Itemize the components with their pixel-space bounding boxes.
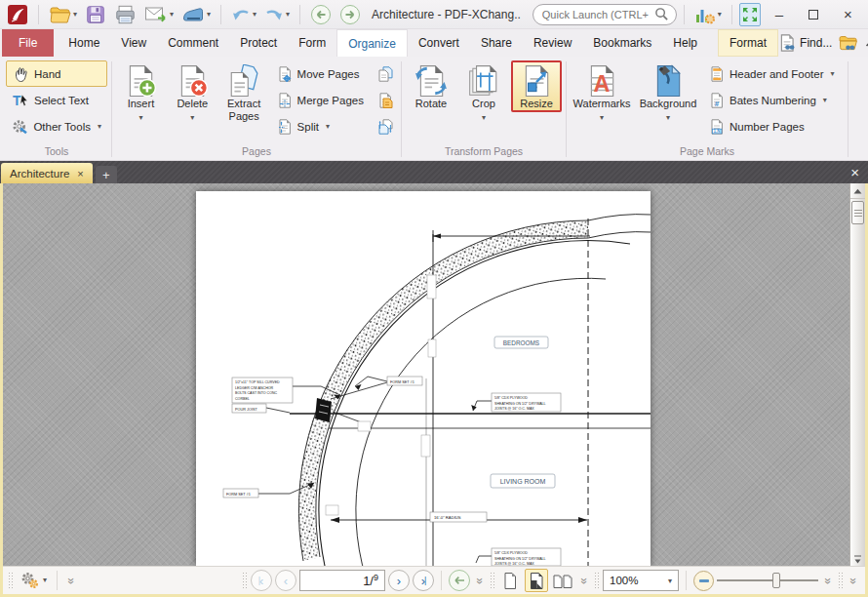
scan-button[interactable]: ▾	[178, 2, 214, 27]
open-file-button[interactable]: ▾	[46, 2, 80, 27]
close-button[interactable]: ×	[832, 2, 864, 27]
tab-help[interactable]: Help	[662, 29, 708, 57]
swap-pages-button[interactable]	[374, 113, 397, 139]
find-button[interactable]: Find...	[778, 34, 832, 52]
maximize-button[interactable]	[797, 2, 829, 27]
bates-numbering-button[interactable]: # Bates Numbering ▾	[703, 87, 841, 113]
quick-launch-input[interactable]	[540, 8, 651, 21]
tab-form[interactable]: Form	[288, 29, 336, 57]
toolbar-grip[interactable]	[242, 572, 248, 589]
vertical-scrollbar[interactable]	[849, 183, 865, 566]
tab-convert[interactable]: Convert	[408, 29, 470, 57]
background-button[interactable]: Background ▾	[635, 60, 701, 126]
tab-file[interactable]: File	[2, 29, 54, 57]
layout-single-page-button[interactable]	[498, 569, 522, 592]
save-button[interactable]	[82, 2, 109, 27]
extract-pages-button[interactable]: Extract Pages	[219, 60, 269, 125]
tab-comment[interactable]: Comment	[157, 29, 229, 57]
document-page[interactable]: BEDROOMS LIVING ROOM 1/2"x11" TOP SILL C…	[196, 191, 651, 566]
zoom-out-button[interactable]	[693, 571, 714, 591]
dropdown-icon: ▾	[73, 11, 77, 19]
print-button[interactable]	[111, 2, 139, 27]
number-pages-button[interactable]: 1.N Number Pages	[703, 113, 841, 139]
architecture-drawing: BEDROOMS LIVING ROOM 1/2"x11" TOP SILL C…	[196, 191, 651, 566]
last-page-button[interactable]: ›|	[413, 570, 434, 591]
tab-view[interactable]: View	[110, 29, 157, 57]
duplicate-pages-button[interactable]	[374, 60, 397, 87]
scroll-corner-icon[interactable]	[850, 553, 864, 566]
next-page-button[interactable]: ›	[388, 570, 410, 591]
radius-dimension-label: 16'-0" RADIUS	[430, 512, 487, 522]
merge-pages-button[interactable]: Merge Pages	[271, 87, 370, 113]
svg-text:BOLTS CAST INTO CONC: BOLTS CAST INTO CONC	[235, 391, 278, 395]
toolbar-grip[interactable]	[594, 572, 600, 589]
tab-share[interactable]: Share	[470, 29, 523, 57]
layout-fit-page-button[interactable]	[525, 569, 548, 592]
tab-organize[interactable]: Organize	[336, 29, 408, 57]
watermarks-button[interactable]: A Watermarks ▾	[571, 60, 633, 126]
first-page-button[interactable]: |‹	[251, 570, 272, 591]
layout-two-pages-button[interactable]	[551, 569, 574, 592]
other-tools-button[interactable]: Other Tools ▾	[6, 113, 107, 139]
find-document-icon	[778, 34, 796, 52]
zoom-slider[interactable]	[717, 571, 818, 590]
insert-pages-button[interactable]: Insert ▾	[116, 60, 166, 126]
fullscreen-button[interactable]	[739, 3, 761, 26]
minimize-button[interactable]: –	[763, 2, 795, 27]
zoom-slider-thumb[interactable]	[772, 573, 780, 588]
svg-text:1.N: 1.N	[713, 129, 721, 134]
dropdown-icon: ▾	[170, 11, 174, 19]
crop-button[interactable]: Crop ▾	[458, 60, 509, 126]
zoom-level-select[interactable]: 100% ▾	[603, 570, 679, 591]
document-tab-architecture[interactable]: Architecture ×	[1, 163, 93, 183]
group-divider	[848, 61, 848, 157]
back-button[interactable]	[307, 2, 335, 27]
dropdown-icon: ▾	[98, 123, 101, 131]
view-history-chevron[interactable]: »	[473, 574, 487, 587]
header-and-footer-button[interactable]: Header and Footer ▾	[703, 60, 841, 87]
previous-page-button[interactable]: ‹	[275, 570, 296, 591]
ui-options-button[interactable]: ▾	[691, 2, 725, 27]
tab-bookmarks[interactable]: Bookmarks	[582, 29, 662, 57]
rotate-button[interactable]: Rotate	[406, 60, 456, 112]
email-button[interactable]: ▾	[141, 2, 177, 27]
statusbar-options-button[interactable]: ▾	[17, 568, 50, 593]
tab-home[interactable]: Home	[58, 29, 110, 57]
move-pages-button[interactable]: Move Pages	[271, 60, 370, 87]
tab-protect[interactable]: Protect	[229, 29, 288, 57]
close-document-icon[interactable]: ×	[842, 164, 868, 180]
split-icon	[277, 119, 293, 135]
delete-pages-button[interactable]: Delete ▾	[168, 60, 217, 126]
document-canvas[interactable]: BEDROOMS LIVING ROOM 1/2"x11" TOP SILL C…	[3, 183, 865, 566]
tab-close-icon[interactable]: ×	[77, 168, 83, 179]
split-button[interactable]: Split ▾	[271, 113, 370, 139]
redo-button[interactable]: ▾	[261, 2, 293, 27]
undo-button[interactable]: ▾	[228, 2, 259, 27]
layout-options-chevron[interactable]: »	[577, 574, 591, 587]
search-folder-button[interactable]	[838, 34, 859, 52]
app-window: ▾ ▾ ▾ ▾ ▾ Architectur	[0, 0, 868, 597]
previous-view-button[interactable]	[449, 570, 470, 591]
tab-review[interactable]: Review	[523, 29, 582, 57]
quick-launch-box[interactable]	[533, 4, 677, 25]
toolbar-grip[interactable]	[838, 572, 844, 589]
forward-button[interactable]	[336, 2, 364, 27]
tab-format[interactable]: Format	[718, 29, 778, 57]
new-tab-button[interactable]: +	[96, 166, 117, 183]
move-pages-label: Move Pages	[297, 68, 360, 80]
select-text-button[interactable]: T Select Text	[6, 87, 107, 113]
svg-text:5/8" CDX PLYWOOD: 5/8" CDX PLYWOOD	[494, 396, 528, 400]
replace-pages-button[interactable]	[374, 87, 397, 113]
toolbar-grip[interactable]	[8, 572, 14, 589]
hand-tool-button[interactable]: Hand	[6, 60, 107, 87]
insert-label: Insert	[128, 98, 155, 110]
more-tools-chevron[interactable]: »	[64, 574, 78, 587]
page-number-input[interactable]: 1/9	[299, 570, 385, 591]
toolbar-grip[interactable]	[490, 572, 495, 589]
resize-button[interactable]: Resize	[511, 60, 562, 112]
scroll-up-button[interactable]	[850, 183, 865, 199]
scrollbar-thumb[interactable]	[851, 201, 864, 224]
more-statusbar-chevron[interactable]: »	[847, 574, 860, 587]
zoom-options-chevron[interactable]: »	[821, 574, 835, 587]
form-set-label-lower: FORM SET #1	[223, 489, 258, 498]
